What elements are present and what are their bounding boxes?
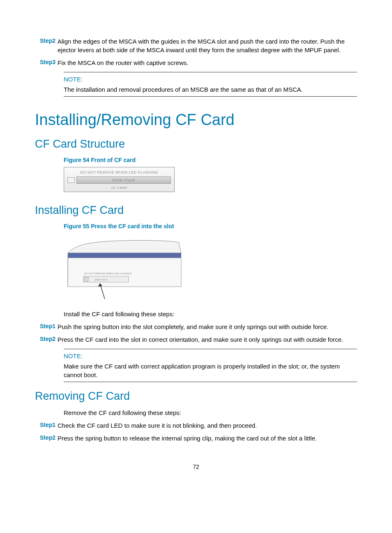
fig54-mid: 256M Flash — [67, 176, 171, 184]
note-label: NOTE: — [64, 352, 357, 360]
fig55-label2: 256M Flash — [94, 278, 108, 281]
fig54-top-text: DO NOT REMOVE WHEN LED FLASHING — [67, 170, 171, 175]
note-text: The installation and removal procedures … — [64, 85, 357, 94]
step-row: Step1 Push the spring button into the sl… — [35, 322, 357, 331]
note-label: NOTE: — [64, 75, 357, 83]
figure-caption: Figure 55 Press the CF card into the slo… — [64, 222, 357, 231]
fig55-label1: DO NOT REMOVE WHEN LED FLASHING — [84, 272, 132, 275]
step-row: Step2 Press the spring button to release… — [35, 434, 357, 443]
fig54-square-icon — [67, 177, 75, 183]
note-box: NOTE: The installation and removal proce… — [64, 72, 357, 97]
step-text: Press the spring button to release the i… — [58, 434, 357, 443]
heading-2: CF Card Structure — [35, 137, 357, 152]
figure-55: DO NOT REMOVE WHEN LED FLASHING 256M Fla… — [64, 233, 187, 303]
figure-54: DO NOT REMOVE WHEN LED FLASHING 256M Fla… — [64, 167, 175, 192]
step-label: Step1 — [35, 421, 58, 430]
step-text: Press the CF card into the slot in corre… — [58, 335, 357, 344]
heading-2: Removing CF Card — [35, 389, 357, 404]
step-label: Step2 — [35, 37, 58, 54]
install-intro: Install the CF card following these step… — [64, 310, 357, 318]
figure-caption: Figure 54 Front of CF card — [64, 156, 357, 165]
note-box: NOTE: Make sure the CF card with correct… — [64, 349, 357, 382]
step-label: Step3 — [35, 58, 58, 67]
remove-intro: Remove the CF card following these steps… — [64, 408, 357, 417]
step-row: Step2 Press the CF card into the slot in… — [35, 335, 357, 344]
step-text: Align the edges of the MSCA with the gui… — [58, 37, 357, 54]
heading-2: Installing CF Card — [35, 203, 357, 218]
step-text: Push the spring button into the slot com… — [58, 322, 357, 331]
step-row: Step2 Align the edges of the MSCA with t… — [35, 37, 357, 54]
step-label: Step1 — [35, 322, 58, 331]
step-text: Check the CF card LED to make sure it is… — [58, 421, 357, 430]
svg-rect-0 — [68, 253, 181, 258]
fig54-bottom-text: CF CARD — [67, 185, 171, 190]
step-row: Step3 Fix the MSCA on the router with ca… — [35, 58, 357, 67]
step-label: Step2 — [35, 434, 58, 443]
page-number: 72 — [35, 463, 357, 471]
fig54-bar: 256M Flash — [76, 176, 171, 184]
step-text: Fix the MSCA on the router with captive … — [58, 58, 357, 67]
note-text: Make sure the CF card with correct appli… — [64, 362, 357, 379]
step-label: Step2 — [35, 335, 58, 344]
svg-rect-4 — [84, 277, 88, 281]
step-row: Step1 Check the CF card LED to make sure… — [35, 421, 357, 430]
heading-1: Installing/Removing CF Card — [35, 109, 357, 131]
